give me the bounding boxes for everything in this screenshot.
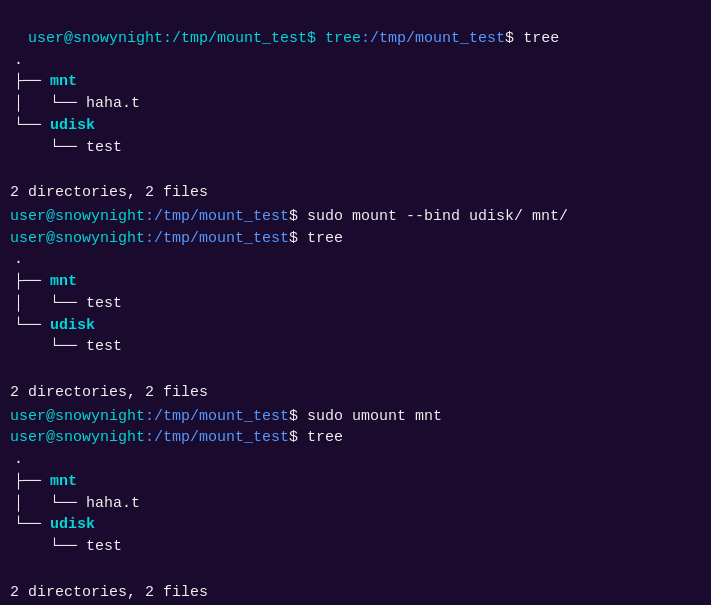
empty-1 <box>10 158 701 180</box>
empty-2 <box>10 358 701 380</box>
prompt-line-3b: user@snowynight:/tmp/mount_test$ tree <box>10 427 701 449</box>
dir-mnt-1: mnt <box>50 73 77 90</box>
tree-entry-3-4: └── test <box>10 536 701 558</box>
tree-entry-1-3: └── udisk <box>10 115 701 137</box>
file-test-1: test <box>86 139 122 156</box>
prompt-path-2a: :/tmp/mount_test <box>145 208 289 225</box>
cmd-tree-2: tree <box>307 230 343 247</box>
prompt-line-2b: user@snowynight:/tmp/mount_test$ tree <box>10 228 701 250</box>
file-hahat-1: haha.t <box>86 95 140 112</box>
summary-1: 2 directories, 2 files <box>10 182 701 204</box>
prompt-path-1: :/tmp/mount_test <box>361 30 505 47</box>
tree-entry-1-1: ├── mnt <box>10 71 701 93</box>
dir-mnt-3: mnt <box>50 473 77 490</box>
prompt-dollar-1: $ <box>505 30 523 47</box>
tree-root-3: . <box>10 449 701 471</box>
prompt-user-2a: user@snowynight <box>10 208 145 225</box>
tree-root-2: . <box>10 249 701 271</box>
tree-entry-3-1: ├── mnt <box>10 471 701 493</box>
tree-entry-2-2: │ └── test <box>10 293 701 315</box>
prompt-line-1: user@snowynight:/tmp/mount_test$ tree:/t… <box>10 6 701 50</box>
prompt-user-3a: user@snowynight <box>10 408 145 425</box>
summary-2: 2 directories, 2 files <box>10 382 701 404</box>
tree-entry-2-3: └── udisk <box>10 315 701 337</box>
cmd-umount: sudo umount mnt <box>307 408 442 425</box>
tree-entry-3-2: │ └── haha.t <box>10 493 701 515</box>
prompt-dollar-2a: $ <box>289 208 307 225</box>
empty-3 <box>10 558 701 580</box>
prompt-path-3a: :/tmp/mount_test <box>145 408 289 425</box>
cmd-tree-1: tree <box>523 30 559 47</box>
summary-3: 2 directories, 2 files <box>10 582 701 604</box>
prompt-dollar-2b: $ <box>289 230 307 247</box>
cmd-mount: sudo mount --bind udisk/ mnt/ <box>307 208 568 225</box>
tree-entry-1-2: │ └── haha.t <box>10 93 701 115</box>
tree-root-1: . <box>10 50 701 72</box>
tree-entry-2-4: └── test <box>10 336 701 358</box>
prompt-dollar-3b: $ <box>289 429 307 446</box>
file-test-2a: test <box>86 295 122 312</box>
prompt-user-2b: user@snowynight <box>10 230 145 247</box>
dir-udisk-1: udisk <box>50 117 95 134</box>
cmd-tree-3: tree <box>307 429 343 446</box>
tree-entry-1-4: └── test <box>10 137 701 159</box>
prompt-path-3b: :/tmp/mount_test <box>145 429 289 446</box>
prompt-path-2b: :/tmp/mount_test <box>145 230 289 247</box>
tree-entry-2-1: ├── mnt <box>10 271 701 293</box>
dir-udisk-3: udisk <box>50 516 95 533</box>
file-test-3: test <box>86 538 122 555</box>
tree-entry-3-3: └── udisk <box>10 514 701 536</box>
prompt-user-3b: user@snowynight <box>10 429 145 446</box>
prompt-user-1: user@snowynight:/tmp/mount_test$ tree <box>28 30 361 47</box>
file-hahat-3: haha.t <box>86 495 140 512</box>
prompt-line-3a: user@snowynight:/tmp/mount_test$ sudo um… <box>10 406 701 428</box>
prompt-dollar-3a: $ <box>289 408 307 425</box>
file-test-2b: test <box>86 338 122 355</box>
dir-udisk-2: udisk <box>50 317 95 334</box>
prompt-line-2a: user@snowynight:/tmp/mount_test$ sudo mo… <box>10 206 701 228</box>
dir-mnt-2: mnt <box>50 273 77 290</box>
